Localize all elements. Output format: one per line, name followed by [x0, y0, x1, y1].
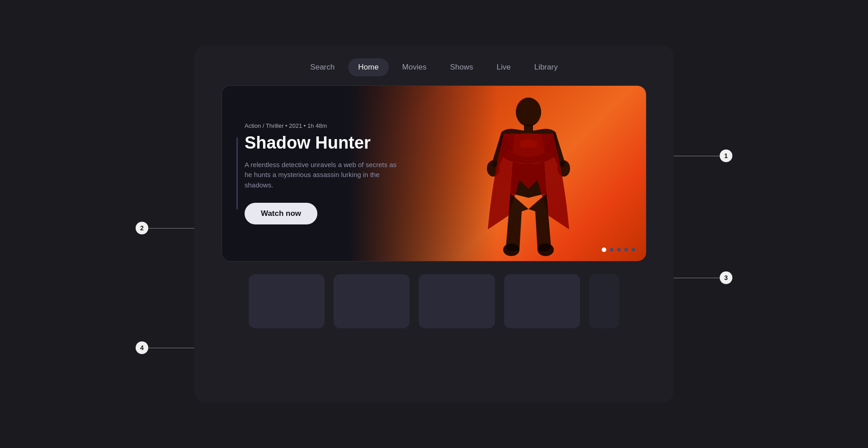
app-frame: Search Home Movies Shows Live Library	[194, 46, 674, 402]
thumbnail-2[interactable]	[334, 274, 410, 328]
watch-now-button[interactable]: Watch now	[245, 203, 317, 224]
annotation-number-3: 3	[720, 271, 732, 284]
carousel-dot-3[interactable]	[617, 248, 621, 252]
svg-point-0	[516, 98, 541, 126]
nav-search[interactable]: Search	[300, 58, 344, 76]
annotation-number-2: 2	[136, 222, 148, 234]
hero-content: Action / Thriller • 2021 • 1h 48m Shadow…	[222, 86, 421, 261]
annotation-number-1: 1	[720, 149, 732, 162]
carousel-dot-2[interactable]	[610, 248, 613, 252]
navigation: Search Home Movies Shows Live Library	[194, 46, 674, 85]
thumbnail-1[interactable]	[249, 274, 325, 328]
carousel-dots	[602, 247, 635, 252]
carousel-dot-4[interactable]	[624, 248, 628, 252]
nav-home[interactable]: Home	[348, 58, 388, 76]
hero-meta: Action / Thriller • 2021 • 1h 48m	[245, 122, 398, 129]
hero-character	[465, 86, 592, 261]
svg-point-4	[503, 243, 519, 256]
nav-live[interactable]: Live	[486, 58, 520, 76]
carousel-dot-5[interactable]	[632, 248, 635, 252]
svg-rect-1	[524, 125, 533, 131]
nav-shows[interactable]: Shows	[440, 58, 483, 76]
svg-point-5	[538, 243, 554, 256]
hero-card: Action / Thriller • 2021 • 1h 48m Shadow…	[222, 85, 646, 261]
nav-movies[interactable]: Movies	[392, 58, 437, 76]
annotation-number-4: 4	[136, 341, 148, 354]
hero-description: A relentless detective unravels a web of…	[245, 160, 398, 191]
main-content: Action / Thriller • 2021 • 1h 48m Shadow…	[194, 85, 674, 402]
thumbnails-row	[222, 274, 646, 328]
hero-title: Shadow Hunter	[245, 134, 398, 153]
thumbnail-5[interactable]	[589, 274, 619, 328]
carousel-dot-1[interactable]	[602, 247, 606, 252]
thumbnail-4[interactable]	[504, 274, 580, 328]
thumbnail-3[interactable]	[419, 274, 495, 328]
nav-library[interactable]: Library	[524, 58, 568, 76]
